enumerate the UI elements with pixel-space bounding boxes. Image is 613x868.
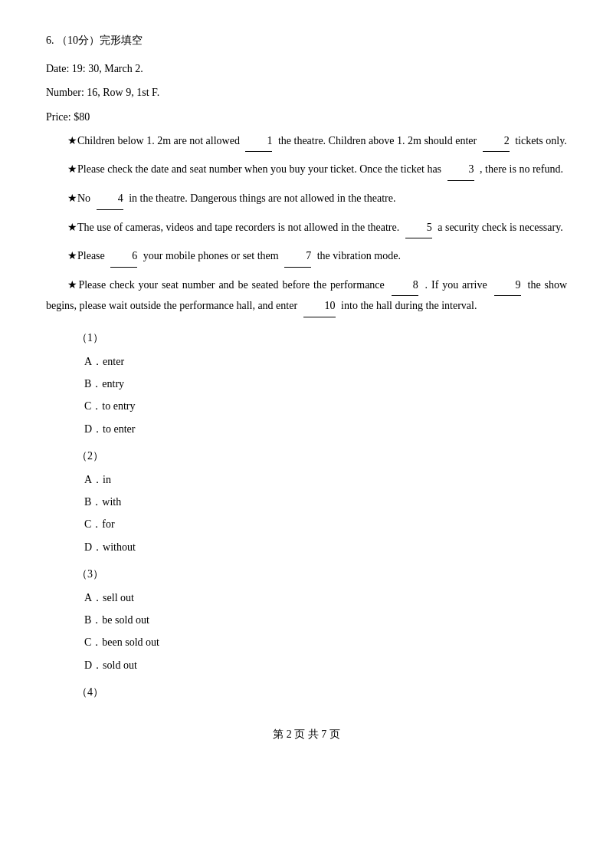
blank-4: 4	[97, 189, 123, 210]
paragraph-5: ★Please 6 your mobile phones or set them…	[46, 246, 567, 268]
section-number: 6.	[46, 35, 54, 46]
p1-text-after: tickets only.	[515, 135, 567, 146]
p5-text-before: Please	[77, 250, 105, 261]
questions-container: （1） A．enter B．entry C．to entry D．to ente…	[77, 328, 567, 702]
number-line: Number: 16, Row 9, 1st F.	[46, 83, 567, 102]
star-5: ★	[67, 250, 77, 261]
option-2d[interactable]: D．without	[84, 538, 567, 557]
paragraph-1: ★Children below 1. 2m are not allowed 1 …	[46, 131, 567, 153]
p1-text-before-blank1: Children below 1. 2m are not allowed	[77, 135, 240, 146]
option-3c[interactable]: C．been sold out	[84, 633, 567, 652]
option-1d[interactable]: D．to enter	[84, 419, 567, 439]
p6-text-before: Please check your seat number and be sea…	[78, 279, 384, 291]
option-2c[interactable]: C．for	[84, 515, 567, 534]
date-line: Date: 19: 30, March 2.	[46, 59, 567, 78]
paragraph-6: ★Please check your seat number and be se…	[46, 275, 567, 317]
blank-5: 5	[405, 218, 432, 239]
number-label: Number: 16, Row 9, 1st F.	[46, 87, 159, 98]
question-3-number: （3）	[77, 564, 567, 584]
p3-text-after: in the theatre. Dangerous things are not…	[129, 192, 395, 204]
page-footer: 第 2 页 共 7 页	[46, 725, 567, 744]
p5-text-after: the vibration mode.	[317, 250, 401, 261]
p5-text-mid: your mobile phones or set them	[143, 250, 279, 261]
section-title: 6. （10分）完形填空	[46, 31, 567, 50]
star-1: ★	[67, 135, 77, 146]
date-label: Date: 19: 30, March 2.	[46, 63, 143, 74]
page-number: 第 2 页 共 7 页	[273, 728, 340, 740]
option-1c[interactable]: C．to entry	[84, 396, 567, 416]
blank-8: 8	[392, 275, 418, 297]
blank-1: 1	[245, 131, 272, 153]
question-1-number: （1）	[77, 328, 567, 347]
question-4-number: （4）	[77, 682, 567, 702]
option-1a[interactable]: A．enter	[84, 352, 567, 371]
blank-3: 3	[447, 159, 474, 181]
blank-6: 6	[110, 246, 137, 268]
section-heading: （10分）完形填空	[57, 35, 143, 46]
p2-text-before: Please check the date and seat number wh…	[77, 163, 441, 175]
option-3b[interactable]: B．be sold out	[84, 610, 567, 630]
p6-text-mid1: . If you arrive	[425, 279, 487, 291]
p2-text-after: , there is no refund.	[480, 163, 563, 175]
p6-text-after: into the hall during the interval.	[341, 300, 477, 311]
p4-text-after: a security check is necessary.	[438, 222, 563, 233]
price-label: Price: $80	[46, 111, 90, 123]
blank-9: 9	[494, 275, 521, 297]
option-3d[interactable]: D．sold out	[84, 656, 567, 675]
blank-2: 2	[483, 131, 510, 153]
blank-7: 7	[284, 246, 311, 268]
p1-text-mid: the theatre. Children above 1. 2m should…	[278, 135, 477, 146]
p3-text-before: No	[77, 192, 90, 204]
star-2: ★	[67, 163, 77, 175]
option-3a[interactable]: A．sell out	[84, 588, 567, 607]
blank-10: 10	[303, 296, 336, 317]
paragraph-4: ★The use of cameras, videos and tape rec…	[46, 218, 567, 239]
paragraph-2: ★Please check the date and seat number w…	[46, 159, 567, 181]
star-6: ★	[67, 279, 78, 291]
p4-text-before: The use of cameras, videos and tape reco…	[77, 222, 399, 233]
paragraph-3: ★No 4 in the theatre. Dangerous things a…	[46, 189, 567, 210]
star-3: ★	[67, 192, 77, 204]
price-line: Price: $80	[46, 107, 567, 127]
option-1b[interactable]: B．entry	[84, 374, 567, 393]
option-2a[interactable]: A．in	[84, 470, 567, 489]
star-4: ★	[67, 222, 77, 233]
question-2-number: （2）	[77, 446, 567, 465]
option-2b[interactable]: B．with	[84, 492, 567, 511]
